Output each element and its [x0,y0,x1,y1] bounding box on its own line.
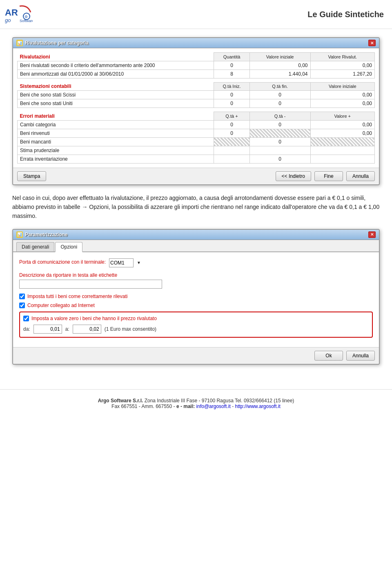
footer-address: Zona Industriale III Fase - 97100 Ragusa… [145,398,294,404]
svg-text:⚙: ⚙ [24,15,28,19]
err-row1-desc: Cambi categoria [18,120,214,129]
riv-row2-valiniz: 1.440,04 [249,70,310,78]
err-row4-vplus [310,146,375,155]
rivalutazioni-header-row: Rivalutazioni Quantità Valore iniziale V… [18,53,375,61]
table-row: Errata inventariazione 0 [18,155,375,163]
dialog1-title-left: 📊 Rivalutazione per categoria [16,40,89,46]
err-row4-desc: Stima prudenziale [18,146,214,155]
sist-row1-qfin: 0 [249,91,310,99]
checkbox1-row: Imposta tutti i beni come correttamente … [19,294,373,299]
svg-text:go: go [5,17,11,23]
main-content: 📊 Rivalutazione per categoria ✕ Rivaluta… [0,29,392,381]
footer-fax: Fax 667551 - Amm. 667550 - [111,404,176,409]
desc-row: Descrizione da riportare in testa alle e… [19,272,373,289]
dialog1-titlebar: 📊 Rivalutazione per categoria ✕ [13,38,379,48]
da-input[interactable] [33,325,62,334]
dialog1-footer-right: << Indietro Fine Annulla [276,171,375,181]
err-row2-vplus: 0,00 [310,129,375,137]
riv-row2-desc: Beni ammortizzati dal 01/01/2000 al 30/0… [18,70,214,78]
table-row: Beni rinvenuti 0 0,00 [18,129,375,137]
errori-col2: Q.tà - [249,112,310,121]
param-tabs: Dati generali Opzioni [13,240,379,252]
desc-label: Descrizione da riportare in testa alle e… [19,272,373,278]
dialog2-close-button[interactable]: ✕ [368,231,376,238]
err-row1-qminus: 0 [249,120,310,129]
checkbox1[interactable] [19,294,25,299]
table-row: Cambi categoria 0 0 0,00 [18,120,375,129]
zero-checkbox-row: Imposta a valore zero i beni che hanno i… [23,316,369,321]
dialog2-title-text: Parametrizzazione [25,232,68,238]
page-header: AR go ⚙ Software Le Guide Sintetiche [0,0,392,29]
guide-title: Le Guide Sintetiche [307,10,384,19]
dialog2-title-left: 📊 Parametrizzazione [16,231,68,238]
fine-button[interactable]: Fine [314,171,343,181]
rivalutazioni-col1: Quantità [214,53,250,61]
riv-row1-valrival: 0,00 [310,61,375,70]
zero-checkbox-label: Imposta a valore zero i beni che hanno i… [31,316,157,321]
dialog2-annulla-button[interactable]: Annulla [346,351,375,361]
parametrizzazione-dialog: 📊 Parametrizzazione ✕ Dati generali Opzi… [12,229,380,365]
port-dropdown-arrow[interactable]: ▼ [137,260,141,265]
tab-dati-generali[interactable]: Dati generali [16,242,54,251]
err-row5-desc: Errata inventariazione [18,155,214,163]
dialog1-title-text: Rivalutazione per categoria [25,40,89,46]
rivalutazione-dialog: 📊 Rivalutazione per categoria ✕ Rivaluta… [12,37,380,185]
riv-row1-qty: 0 [214,61,250,70]
err-row3-vplus [310,137,375,146]
riv-row2-valrival: 1.267,20 [310,70,375,78]
sist-row1-qiniz: 0 [214,91,250,99]
logo-area: AR go ⚙ Software [4,4,33,25]
err-row2-desc: Beni rinvenuti [18,129,214,137]
riv-row1-desc: Beni rivalutati secondo il criterio dell… [18,61,214,70]
dialog1-body: Rivalutazioni Quantità Valore iniziale V… [13,48,379,168]
footer-web[interactable]: http://www.argosoft.it [235,404,280,409]
err-row2-qplus: 0 [214,129,250,137]
errori-header-row: Errori materiali Q.tà + Q.tà - Valore + [18,112,375,121]
middle-paragraph: Nel caso in cui, dopo aver effettuato la… [12,193,380,221]
a-input[interactable] [73,325,101,334]
tab-opzioni[interactable]: Opzioni [55,242,82,252]
zero-price-box: Imposta a valore zero i beni che hanno i… [19,312,373,338]
sistemazioni-col3: Valore iniziale [310,82,375,91]
sist-row1-valiniz: 0,00 [310,91,375,99]
sistemazioni-header-row: Sistemazioni contabili Q.tà Iniz. Q.tà f… [18,82,375,91]
rivalutazioni-col2: Valore iniziale [249,53,310,61]
err-row2-qminus [249,129,310,137]
rivalutazioni-section-label: Rivalutazioni [18,53,214,61]
err-row3-qplus [214,137,250,146]
err-row3-qminus: 0 [249,137,310,146]
err-row5-vplus [310,155,375,163]
rivalutazioni-table: Rivalutazioni Quantità Valore iniziale V… [17,52,375,164]
err-row3-desc: Beni mancanti [18,137,214,146]
port-row: Porta di comunicazione con il terminale:… [19,258,373,267]
dialog1-footer: Stampa << Indietro Fine Annulla [13,168,379,184]
sistemazioni-col1: Q.tà Iniz. [214,82,250,91]
errori-col3: Valore + [310,112,375,121]
dialog2-titlebar: 📊 Parametrizzazione ✕ [13,230,379,240]
err-row5-qminus: 0 [249,155,310,163]
dialog1-close-button[interactable]: ✕ [368,40,376,46]
desc-input[interactable] [19,280,162,289]
dialog1-icon: 📊 [16,40,23,46]
checkbox2[interactable] [19,303,25,308]
errori-col1: Q.tà + [214,112,250,121]
footer-line1: Argo Software S.r.l. Zona Industriale II… [8,398,384,404]
argo-logo: AR go ⚙ Software [4,4,33,25]
port-select[interactable] [109,258,134,267]
sist-row2-desc: Beni che sono stati Uniti [18,99,214,108]
svg-text:AR: AR [5,7,18,18]
spacer-row [18,78,375,82]
zero-checkbox[interactable] [23,316,29,321]
dialog1-annulla-button[interactable]: Annulla [346,171,375,181]
err-row4-qplus [214,146,250,155]
param-content: Porta di comunicazione con il terminale:… [13,252,379,347]
table-row: Beni che sono stati Scissi 0 0 0,00 [18,91,375,99]
checkbox2-label: Computer collegato ad Internet [27,303,95,308]
stampa-button[interactable]: Stampa [17,171,46,181]
footer-email-label: e - mail: [176,404,196,409]
sist-row2-qfin: 0 [249,99,310,108]
indietro-button[interactable]: << Indietro [276,171,311,181]
ok-button[interactable]: Ok [314,351,343,361]
footer-email[interactable]: info@argosoft.it [196,404,231,409]
table-row: Beni rivalutati secondo il criterio dell… [18,61,375,70]
